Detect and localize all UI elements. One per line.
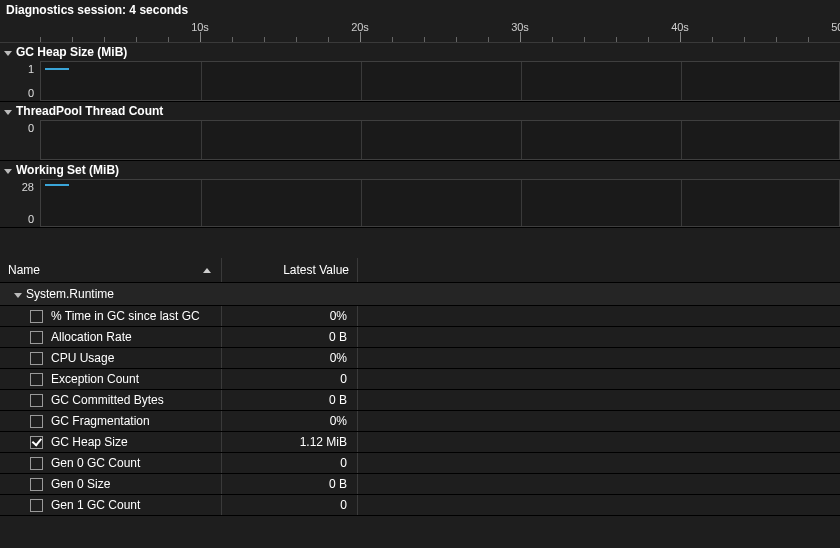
ruler-tick-minor [616,37,617,42]
ruler-tick-minor [72,37,73,42]
ruler-tick-minor [328,37,329,42]
ruler-tick-minor [136,37,137,42]
table-row[interactable]: Exception Count0 [0,369,840,390]
counter-value: 0% [222,306,358,326]
counter-checkbox[interactable] [30,415,43,428]
table-row[interactable]: CPU Usage0% [0,348,840,369]
columns-header: Name Latest Value [0,258,840,283]
ruler-tick-minor [552,37,553,42]
counter-name: Gen 1 GC Count [51,498,140,512]
group-row-system-runtime[interactable]: System.Runtime [0,283,840,306]
sort-asc-icon [203,268,211,273]
ruler-tick-minor [296,37,297,42]
chart-y-axis: 0 [0,120,40,160]
counter-name-cell: GC Committed Bytes [0,390,222,410]
counter-value: 0 B [222,390,358,410]
chart-gridline [201,180,202,226]
chart-plot[interactable] [40,61,840,101]
column-header-name[interactable]: Name [0,258,222,282]
chart-gridline [201,121,202,159]
table-row[interactable]: GC Committed Bytes0 B [0,390,840,411]
counter-value: 0% [222,411,358,431]
counter-checkbox[interactable] [30,436,43,449]
counter-name-cell: % Time in GC since last GC [0,306,222,326]
ruler-tick-major [360,32,361,42]
chart-gridline [681,62,682,100]
chart-block: Working Set (MiB)280 [0,161,840,228]
table-row[interactable]: GC Fragmentation0% [0,411,840,432]
ruler-label: 50s [831,21,840,33]
group-label: System.Runtime [26,287,114,301]
ruler-tick-minor [808,37,809,42]
chart-title: ThreadPool Thread Count [16,104,163,118]
charts-area: GC Heap Size (MiB)10ThreadPool Thread Co… [0,43,840,228]
counter-name: Allocation Rate [51,330,132,344]
y-axis-bottom: 0 [28,87,34,99]
ruler-tick-major [680,32,681,42]
chart-plot[interactable] [40,179,840,227]
ruler-tick-minor [392,37,393,42]
y-axis-top: 0 [28,122,34,134]
chart-title: Working Set (MiB) [16,163,119,177]
counter-name-cell: Gen 1 GC Count [0,495,222,515]
counter-checkbox[interactable] [30,310,43,323]
counter-checkbox[interactable] [30,394,43,407]
counter-name: Gen 0 Size [51,477,110,491]
ruler-tick-minor [104,37,105,42]
counter-name-cell: Allocation Rate [0,327,222,347]
counter-checkbox[interactable] [30,499,43,512]
counter-name: Exception Count [51,372,139,386]
chart-gridline [521,180,522,226]
column-header-latest[interactable]: Latest Value [222,258,358,282]
counter-name-cell: GC Fragmentation [0,411,222,431]
counter-name-cell: Gen 0 GC Count [0,453,222,473]
counter-checkbox[interactable] [30,457,43,470]
table-row[interactable]: Gen 0 GC Count0 [0,453,840,474]
chart-header[interactable]: Working Set (MiB) [0,161,840,179]
counter-name: GC Committed Bytes [51,393,164,407]
counter-checkbox[interactable] [30,352,43,365]
ruler-tick-minor [424,37,425,42]
chart-plot[interactable] [40,120,840,160]
chart-block: ThreadPool Thread Count0 [0,102,840,161]
ruler-tick-minor [232,37,233,42]
column-header-name-label: Name [8,263,40,277]
counter-value: 0 B [222,474,358,494]
chart-gridline [361,121,362,159]
ruler-tick-minor [40,37,41,42]
chart-gridline [361,62,362,100]
table-row[interactable]: % Time in GC since last GC0% [0,306,840,327]
counter-checkbox[interactable] [30,478,43,491]
table-row[interactable]: GC Heap Size1.12 MiB [0,432,840,453]
table-row[interactable]: Allocation Rate0 B [0,327,840,348]
counter-checkbox[interactable] [30,373,43,386]
table-row[interactable]: Gen 1 GC Count0 [0,495,840,516]
ruler-tick-minor [488,37,489,42]
chart-y-axis: 10 [0,61,40,101]
chart-gridline [681,121,682,159]
chart-title: GC Heap Size (MiB) [16,45,127,59]
ruler-tick-minor [456,37,457,42]
chart-gridline [361,180,362,226]
counter-name: % Time in GC since last GC [51,309,200,323]
ruler-tick-minor [168,37,169,42]
chart-header[interactable]: GC Heap Size (MiB) [0,43,840,61]
chart-gridline [201,62,202,100]
chart-header[interactable]: ThreadPool Thread Count [0,102,840,120]
caret-down-icon [14,293,22,298]
counter-name: CPU Usage [51,351,114,365]
timeline-ruler[interactable]: 10s20s30s40s50s [0,19,840,43]
counter-checkbox[interactable] [30,331,43,344]
caret-down-icon [4,169,12,174]
chart-data-line [45,184,69,186]
chart-body: 0 [0,120,840,160]
counter-value: 0 [222,495,358,515]
chart-body: 280 [0,179,840,227]
counter-rows: % Time in GC since last GC0%Allocation R… [0,306,840,516]
ruler-tick-minor [584,37,585,42]
caret-down-icon [4,110,12,115]
chart-y-axis: 280 [0,179,40,227]
y-axis-bottom: 0 [28,213,34,225]
counter-name: GC Fragmentation [51,414,150,428]
table-row[interactable]: Gen 0 Size0 B [0,474,840,495]
